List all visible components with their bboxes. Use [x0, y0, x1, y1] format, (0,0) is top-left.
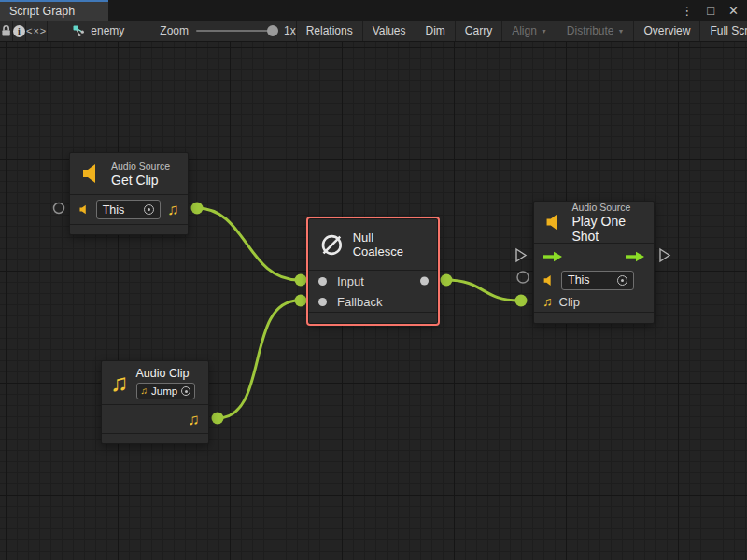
graph-canvas[interactable]: Audio Source Get Clip This ♫	[0, 42, 747, 560]
null-coalesce-icon	[319, 232, 345, 258]
graph-toolbar: i <×> enemy Zoom 1x Relations	[0, 21, 747, 42]
title-bar: Script Graph ⋮ □ ✕	[0, 0, 747, 21]
audio-source-icon	[78, 203, 90, 216]
tab-label: Script Graph	[9, 5, 75, 18]
flow-in-arrow-icon[interactable]	[543, 251, 563, 262]
variable-field[interactable]: ♫ Jump	[136, 383, 196, 399]
info-icon: i	[13, 25, 25, 37]
audio-clip-output-port[interactable]	[212, 413, 224, 425]
get-clip-output-port[interactable]	[191, 203, 204, 215]
audio-source-icon	[543, 274, 555, 287]
object-picker-icon[interactable]	[181, 386, 190, 396]
node-get-clip[interactable]: Audio Source Get Clip This ♫	[69, 152, 189, 235]
zoom-slider[interactable]	[196, 30, 276, 32]
null-coalesce-fallback-port[interactable]	[295, 295, 307, 307]
graph-name: enemy	[91, 24, 124, 37]
relations-button[interactable]: Relations	[296, 21, 362, 41]
flow-in-port[interactable]	[516, 249, 526, 261]
node-header: Audio Source Play One Shot	[534, 202, 654, 243]
input-port-dot[interactable]	[318, 277, 327, 286]
node-header: Null Coalesce	[309, 219, 437, 270]
target-row: This	[534, 269, 654, 291]
overview-button[interactable]: Overview	[633, 21, 699, 41]
clip-row: ♫ Clip	[534, 291, 654, 312]
flow-out-port[interactable]	[660, 249, 669, 261]
clip-note-icon: ♫	[543, 295, 553, 308]
play-one-shot-clip-port[interactable]	[515, 295, 528, 307]
breadcrumb[interactable]: enemy	[48, 21, 135, 41]
node-category: Audio Source	[111, 161, 170, 172]
values-button[interactable]: Values	[362, 21, 416, 41]
wire-getclip-to-input	[197, 208, 299, 280]
align-dropdown[interactable]: Align ▼	[501, 21, 557, 41]
window-menu-icon[interactable]: ⋮	[681, 5, 693, 17]
lock-button[interactable]	[0, 21, 13, 41]
output-row: ♫	[102, 405, 208, 433]
node-title: Audio Clip	[136, 367, 196, 380]
node-header: Audio Source Get Clip	[70, 153, 188, 194]
tab-script-graph[interactable]: Script Graph	[0, 0, 108, 21]
chevron-down-icon: ▼	[618, 28, 625, 35]
node-header: ♫ Audio Clip ♫ Jump	[102, 361, 208, 404]
null-coalesce-input-port[interactable]	[295, 274, 307, 287]
node-title: Null Coalesce	[353, 231, 427, 259]
fallback-row: Fallback	[309, 291, 437, 312]
object-picker-icon[interactable]	[144, 204, 154, 215]
dim-button[interactable]: Dim	[416, 21, 455, 41]
audio-source-icon	[544, 211, 563, 233]
audio-clip-output-icon: ♫	[188, 412, 200, 427]
code-icon: <×>	[26, 25, 47, 36]
full-screen-button[interactable]: Full Screen	[699, 21, 747, 41]
input-row: Input	[309, 271, 437, 291]
lock-icon	[0, 24, 12, 37]
node-title: Play One Shot	[571, 214, 643, 244]
audio-source-icon	[80, 162, 103, 185]
fallback-port-dot[interactable]	[318, 298, 327, 306]
target-row: This ♫	[70, 195, 188, 224]
maximize-icon[interactable]: □	[707, 5, 714, 17]
play-one-shot-target-port[interactable]	[517, 272, 529, 283]
carry-button[interactable]: Carry	[455, 21, 501, 41]
this-field[interactable]: This	[96, 200, 162, 219]
object-picker-icon[interactable]	[617, 275, 627, 286]
note-icon: ♫	[141, 386, 148, 396]
script-graph-icon	[72, 24, 85, 37]
node-category: Audio Source	[571, 202, 643, 213]
audio-clip-output-icon: ♫	[167, 202, 179, 217]
distribute-dropdown[interactable]: Distribute ▼	[557, 21, 634, 41]
audio-clip-icon: ♫	[110, 371, 129, 395]
chevron-down-icon: ▼	[541, 28, 547, 35]
script-graph-window: Script Graph ⋮ □ ✕ i <×>	[0, 0, 747, 560]
zoom-label: Zoom	[160, 24, 189, 37]
zoom-slider-handle[interactable]	[267, 25, 278, 36]
inspect-button[interactable]: i	[13, 21, 26, 41]
node-null-coalesce[interactable]: Null Coalesce Input Fallback	[308, 218, 438, 324]
flow-row	[534, 244, 654, 269]
zoom-value: 1x	[284, 24, 296, 37]
flow-out-arrow-icon[interactable]	[625, 251, 645, 262]
get-clip-target-port[interactable]	[54, 203, 64, 214]
wire-output-to-clip	[446, 280, 519, 301]
null-coalesce-output-port[interactable]	[441, 274, 453, 287]
result-port-dot[interactable]	[420, 277, 429, 286]
node-title: Get Clip	[111, 173, 170, 188]
node-audio-clip[interactable]: ♫ Audio Clip ♫ Jump ♫	[101, 360, 209, 444]
preview-code-button[interactable]: <×>	[26, 21, 48, 41]
this-field[interactable]: This	[561, 271, 634, 290]
node-play-one-shot[interactable]: Audio Source Play One Shot	[533, 201, 655, 324]
wire-audioclip-to-fallback	[218, 301, 299, 418]
close-icon[interactable]: ✕	[728, 5, 739, 17]
toolbar-buttons: Relations Values Dim Carry Align ▼ Distr…	[296, 21, 747, 41]
